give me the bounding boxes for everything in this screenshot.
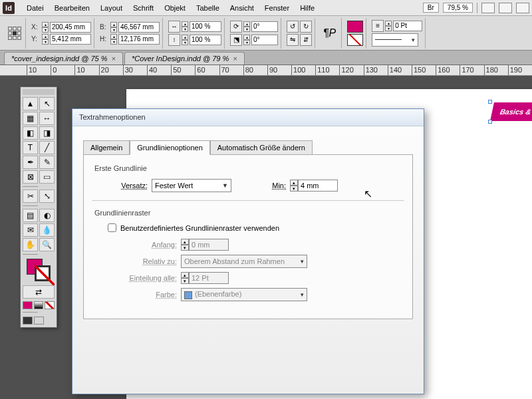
direct-selection-tool[interactable]: ↖ <box>39 97 55 110</box>
shear-spinner[interactable]: ▴▾ <box>243 35 250 45</box>
document-tabs: *cover_indesign.indd @ 75 %× *Cover InDe… <box>0 51 532 65</box>
stroke-weight-field[interactable] <box>393 21 422 31</box>
scale-x-spinner[interactable]: ▴▾ <box>182 21 188 32</box>
min-spinner[interactable]: ▴▾ <box>290 180 298 192</box>
baseline-grid-legend: Grundlinienraster <box>94 209 402 217</box>
menu-type[interactable]: Schrift <box>128 1 159 15</box>
scale-x-field[interactable] <box>190 21 221 32</box>
stroke-spinner[interactable]: ▴▾ <box>385 21 392 31</box>
normal-view-icon[interactable] <box>23 317 33 325</box>
rectangle-frame-tool[interactable]: ⊠ <box>23 170 38 184</box>
screen-mode-icon[interactable] <box>499 3 512 13</box>
selection-tool[interactable]: ▲ <box>23 97 38 110</box>
control-bar: X:▴▾ Y:▴▾ B:▴▾ H:▴▾ ↔▴▾ ↕▴▾ ⟳▴▾ ⬔▴▾ ↺ ↻ … <box>0 16 532 51</box>
selected-text-frame[interactable]: Basics & <box>490 102 532 121</box>
w-label: B: <box>100 23 109 31</box>
apply-color-icon[interactable] <box>23 301 33 309</box>
zoom-level[interactable]: 79,5 % <box>443 3 473 13</box>
w-spinner[interactable]: ▴▾ <box>110 22 117 33</box>
rotate-ccw-icon[interactable]: ↺ <box>287 21 299 33</box>
menu-table[interactable]: Tabelle <box>191 1 225 15</box>
fill-stroke-swatch[interactable] <box>23 257 55 284</box>
bridge-button[interactable]: Br <box>423 3 439 13</box>
dialog-title[interactable]: Textrahmenoptionen <box>72 109 424 126</box>
note-tool[interactable]: ✉ <box>23 223 38 237</box>
w-field[interactable] <box>118 22 160 33</box>
menu-view[interactable]: Ansicht <box>225 1 259 15</box>
min-field[interactable] <box>298 180 338 192</box>
rotate-field[interactable] <box>251 21 278 32</box>
scale-y-field[interactable] <box>190 35 221 45</box>
tools-panel[interactable]: ▲ ↖ ▦ ↔ ◧ ◨ T ╱ ✒ ✎ ⊠ ▭ ✂ ⤡ ▤ ◐ ✉ 💧 ✋ 🔍 … <box>20 86 57 328</box>
free-transform-tool[interactable]: ⤡ <box>39 190 55 203</box>
rotate-cw-icon[interactable]: ↻ <box>300 21 312 33</box>
panel-grip[interactable] <box>23 90 55 95</box>
dialog-tab-general[interactable]: Allgemein <box>83 140 130 155</box>
x-field[interactable] <box>50 22 91 33</box>
dialog-tabs: Allgemein Grundlinienoptionen Automatisc… <box>83 140 413 154</box>
stroke-color-swatch[interactable] <box>347 34 363 46</box>
flip-v-icon[interactable]: ⇵ <box>300 34 312 46</box>
page-tool[interactable]: ▦ <box>23 112 38 125</box>
offset-dropdown[interactable]: Fester Wert▼ <box>152 179 231 192</box>
menu-bar: Id Datei Bearbeiten Layout Schrift Objek… <box>0 0 532 16</box>
shear-field[interactable] <box>251 35 278 45</box>
h-spinner[interactable]: ▴▾ <box>110 34 117 45</box>
rotate-spinner[interactable]: ▴▾ <box>243 21 250 32</box>
h-label: H: <box>100 35 109 43</box>
hand-tool[interactable]: ✋ <box>23 238 38 251</box>
arrange-icon[interactable] <box>516 3 529 13</box>
color-label: Farbe: <box>108 291 177 299</box>
menu-object[interactable]: Objekt <box>159 1 191 15</box>
x-spinner[interactable]: ▴▾ <box>42 22 49 33</box>
y-field[interactable] <box>50 34 91 45</box>
shear-icon: ⬔ <box>230 34 242 46</box>
pencil-tool[interactable]: ✎ <box>39 156 55 169</box>
stroke-weight-icon: ≡ <box>372 20 384 32</box>
menu-help[interactable]: Hilfe <box>295 1 320 15</box>
scale-x-icon: ↔ <box>168 21 180 33</box>
min-label: Min: <box>266 182 286 190</box>
close-tab-icon[interactable]: × <box>111 55 115 63</box>
content-collector-tool[interactable]: ◧ <box>23 126 38 140</box>
horizontal-ruler[interactable]: 100 1020 3040 5060 7080 90100 110120 130… <box>0 65 532 76</box>
document-tab-1[interactable]: *cover_indesign.indd @ 75 %× <box>4 52 123 65</box>
y-spinner[interactable]: ▴▾ <box>42 34 49 45</box>
scissors-tool[interactable]: ✂ <box>23 190 38 203</box>
content-placer-tool[interactable]: ◨ <box>39 126 55 140</box>
dialog-panel: Erste Grundlinie Versatz: Fester Wert▼ M… <box>83 154 413 319</box>
gradient-swatch-tool[interactable]: ▤ <box>23 209 38 222</box>
eyedropper-tool[interactable]: 💧 <box>39 223 55 237</box>
gap-tool[interactable]: ↔ <box>39 112 55 125</box>
stroke-style-dropdown[interactable]: ▾ <box>372 33 418 47</box>
paragraph-style-icon[interactable]: ¶P <box>321 27 338 39</box>
close-tab-icon[interactable]: × <box>233 55 237 63</box>
zoom-tool[interactable]: 🔍 <box>39 238 55 251</box>
reference-point[interactable] <box>4 18 26 49</box>
pen-tool[interactable]: ✒ <box>23 156 38 169</box>
scale-y-spinner[interactable]: ▴▾ <box>182 35 188 45</box>
fill-color-swatch[interactable] <box>347 21 363 33</box>
dialog-tab-baseline-options[interactable]: Grundlinienoptionen <box>130 140 209 155</box>
custom-baseline-checkbox[interactable] <box>108 223 116 232</box>
rectangle-tool[interactable]: ▭ <box>39 170 55 184</box>
menu-edit[interactable]: Bearbeiten <box>49 1 95 15</box>
apply-none-icon[interactable] <box>45 301 55 309</box>
start-field <box>189 239 229 251</box>
menu-layout[interactable]: Layout <box>95 1 128 15</box>
line-tool[interactable]: ╱ <box>39 141 55 154</box>
preview-view-icon[interactable] <box>34 317 44 325</box>
formatting-affects-toggle[interactable]: ⇄ <box>23 285 55 299</box>
flip-h-icon[interactable]: ⇋ <box>287 34 299 46</box>
menu-file[interactable]: Datei <box>21 1 49 15</box>
type-tool[interactable]: T <box>23 141 38 154</box>
apply-gradient-icon[interactable] <box>34 301 44 309</box>
menu-window[interactable]: Fenster <box>259 1 295 15</box>
document-tab-2[interactable]: *Cover InDesign.indd @ 79 %× <box>124 52 245 65</box>
view-mode-icon[interactable] <box>481 3 495 13</box>
increment-field <box>189 272 229 284</box>
dialog-tab-auto-size[interactable]: Automatisch Größe ändern <box>210 140 313 155</box>
gradient-feather-tool[interactable]: ◐ <box>39 209 55 222</box>
h-field[interactable] <box>118 34 160 45</box>
text-frame-options-dialog: Textrahmenoptionen Allgemein Grundlinien… <box>72 108 424 394</box>
